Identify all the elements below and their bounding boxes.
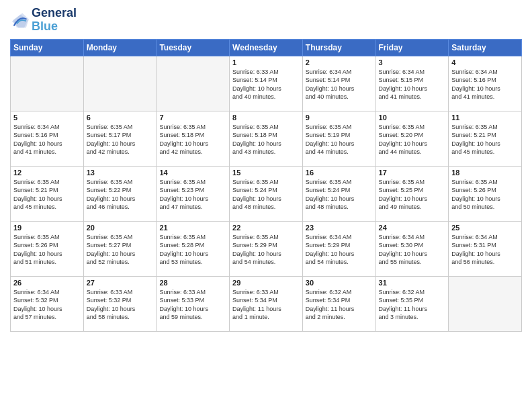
day-info: Sunrise: 6:35 AM Sunset: 5:28 PM Dayligh… (159, 233, 226, 267)
day-number: 17 (379, 169, 446, 177)
calendar-day-cell: 6Sunrise: 6:35 AM Sunset: 5:17 PM Daylig… (83, 111, 157, 166)
calendar-day-cell (83, 56, 157, 111)
day-info: Sunrise: 6:35 AM Sunset: 5:23 PM Dayligh… (159, 178, 226, 212)
day-info: Sunrise: 6:35 AM Sunset: 5:17 PM Dayligh… (87, 123, 154, 156)
calendar-day-cell: 21Sunrise: 6:35 AM Sunset: 5:28 PM Dayli… (157, 221, 230, 276)
day-number: 24 (379, 224, 446, 232)
calendar-day-cell: 18Sunrise: 6:35 AM Sunset: 5:26 PM Dayli… (449, 166, 522, 221)
day-number: 26 (13, 279, 81, 287)
calendar-day-cell: 27Sunrise: 6:33 AM Sunset: 5:32 PM Dayli… (83, 276, 157, 331)
calendar-day-cell: 11Sunrise: 6:35 AM Sunset: 5:21 PM Dayli… (449, 111, 522, 166)
calendar-day-cell: 7Sunrise: 6:35 AM Sunset: 5:18 PM Daylig… (157, 111, 230, 166)
day-info: Sunrise: 6:34 AM Sunset: 5:31 PM Dayligh… (451, 233, 519, 267)
day-info: Sunrise: 6:35 AM Sunset: 5:26 PM Dayligh… (451, 178, 519, 212)
calendar-day-cell: 8Sunrise: 6:35 AM Sunset: 5:18 PM Daylig… (230, 111, 303, 166)
day-info: Sunrise: 6:35 AM Sunset: 5:18 PM Dayligh… (159, 123, 226, 156)
day-number: 9 (306, 113, 373, 122)
day-number: 22 (232, 224, 300, 232)
calendar-week-row: 19Sunrise: 6:35 AM Sunset: 5:26 PM Dayli… (11, 221, 522, 276)
day-number: 20 (87, 224, 154, 232)
day-number: 12 (13, 169, 81, 177)
day-number: 19 (13, 224, 81, 232)
calendar-day-cell (157, 56, 230, 111)
calendar-week-row: 5Sunrise: 6:34 AM Sunset: 5:16 PM Daylig… (11, 111, 522, 166)
day-number: 10 (379, 113, 446, 122)
day-number: 14 (159, 169, 226, 177)
weekday-header-tuesday: Tuesday (157, 39, 230, 56)
calendar-day-cell: 20Sunrise: 6:35 AM Sunset: 5:27 PM Dayli… (83, 221, 157, 276)
day-number: 16 (306, 169, 373, 177)
calendar-day-cell: 10Sunrise: 6:35 AM Sunset: 5:20 PM Dayli… (375, 111, 449, 166)
day-info: Sunrise: 6:35 AM Sunset: 5:26 PM Dayligh… (13, 233, 81, 267)
weekday-header-sunday: Sunday (11, 39, 84, 56)
weekday-header-monday: Monday (83, 39, 157, 56)
weekday-header-wednesday: Wednesday (230, 39, 303, 56)
calendar-day-cell (11, 56, 84, 111)
header: General Blue (10, 7, 522, 34)
day-number: 27 (87, 279, 154, 287)
day-number: 29 (232, 279, 300, 287)
day-info: Sunrise: 6:34 AM Sunset: 5:14 PM Dayligh… (306, 68, 373, 101)
calendar-day-cell: 2Sunrise: 6:34 AM Sunset: 5:14 PM Daylig… (302, 56, 375, 111)
day-info: Sunrise: 6:33 AM Sunset: 5:33 PM Dayligh… (159, 288, 226, 322)
calendar-day-cell: 12Sunrise: 6:35 AM Sunset: 5:21 PM Dayli… (11, 166, 84, 221)
logo: General Blue (10, 7, 77, 34)
calendar-day-cell: 31Sunrise: 6:32 AM Sunset: 5:35 PM Dayli… (375, 276, 449, 331)
logo-general: General (32, 7, 77, 20)
day-info: Sunrise: 6:35 AM Sunset: 5:25 PM Dayligh… (379, 178, 446, 212)
calendar-day-cell: 23Sunrise: 6:34 AM Sunset: 5:29 PM Dayli… (302, 221, 375, 276)
day-number: 3 (379, 58, 446, 66)
calendar-day-cell: 29Sunrise: 6:33 AM Sunset: 5:34 PM Dayli… (230, 276, 303, 331)
day-info: Sunrise: 6:34 AM Sunset: 5:16 PM Dayligh… (451, 68, 519, 101)
day-number: 15 (232, 169, 300, 177)
logo-icon (10, 11, 29, 30)
calendar-day-cell (449, 276, 522, 331)
day-number: 30 (306, 279, 373, 287)
day-info: Sunrise: 6:35 AM Sunset: 5:18 PM Dayligh… (232, 123, 300, 156)
day-info: Sunrise: 6:35 AM Sunset: 5:24 PM Dayligh… (232, 178, 300, 212)
day-info: Sunrise: 6:32 AM Sunset: 5:35 PM Dayligh… (379, 288, 446, 322)
day-number: 28 (159, 279, 226, 287)
calendar-week-row: 26Sunrise: 6:34 AM Sunset: 5:32 PM Dayli… (11, 276, 522, 331)
logo-blue: Blue (32, 20, 77, 34)
calendar-day-cell: 9Sunrise: 6:35 AM Sunset: 5:19 PM Daylig… (302, 111, 375, 166)
calendar-week-row: 1Sunrise: 6:33 AM Sunset: 5:14 PM Daylig… (11, 56, 522, 111)
calendar-day-cell: 14Sunrise: 6:35 AM Sunset: 5:23 PM Dayli… (157, 166, 230, 221)
day-info: Sunrise: 6:34 AM Sunset: 5:32 PM Dayligh… (13, 288, 81, 322)
day-info: Sunrise: 6:33 AM Sunset: 5:34 PM Dayligh… (232, 288, 300, 322)
calendar-day-cell: 3Sunrise: 6:34 AM Sunset: 5:15 PM Daylig… (375, 56, 449, 111)
day-info: Sunrise: 6:34 AM Sunset: 5:30 PM Dayligh… (379, 233, 446, 267)
weekday-header-thursday: Thursday (302, 39, 375, 56)
calendar-day-cell: 19Sunrise: 6:35 AM Sunset: 5:26 PM Dayli… (11, 221, 84, 276)
day-number: 5 (13, 113, 81, 122)
day-info: Sunrise: 6:34 AM Sunset: 5:29 PM Dayligh… (306, 233, 373, 267)
calendar-header-row: SundayMondayTuesdayWednesdayThursdayFrid… (11, 39, 522, 56)
day-number: 13 (87, 169, 154, 177)
day-info: Sunrise: 6:35 AM Sunset: 5:27 PM Dayligh… (87, 233, 154, 267)
day-info: Sunrise: 6:32 AM Sunset: 5:34 PM Dayligh… (306, 288, 373, 322)
day-number: 7 (159, 113, 226, 122)
day-number: 8 (232, 113, 300, 122)
calendar-day-cell: 1Sunrise: 6:33 AM Sunset: 5:14 PM Daylig… (230, 56, 303, 111)
day-info: Sunrise: 6:35 AM Sunset: 5:21 PM Dayligh… (13, 178, 81, 212)
day-info: Sunrise: 6:33 AM Sunset: 5:32 PM Dayligh… (87, 288, 154, 322)
calendar-day-cell: 4Sunrise: 6:34 AM Sunset: 5:16 PM Daylig… (449, 56, 522, 111)
day-info: Sunrise: 6:35 AM Sunset: 5:19 PM Dayligh… (306, 123, 373, 156)
day-number: 1 (232, 58, 300, 66)
day-info: Sunrise: 6:34 AM Sunset: 5:15 PM Dayligh… (379, 68, 446, 101)
day-number: 18 (451, 169, 519, 177)
page: General Blue SundayMondayTuesdayWednesda… (0, 0, 532, 411)
day-number: 6 (87, 113, 154, 122)
day-info: Sunrise: 6:35 AM Sunset: 5:29 PM Dayligh… (232, 233, 300, 267)
day-info: Sunrise: 6:35 AM Sunset: 5:24 PM Dayligh… (306, 178, 373, 212)
day-number: 4 (451, 58, 519, 66)
calendar-table: SundayMondayTuesdayWednesdayThursdayFrid… (10, 39, 522, 332)
calendar-week-row: 12Sunrise: 6:35 AM Sunset: 5:21 PM Dayli… (11, 166, 522, 221)
calendar-day-cell: 25Sunrise: 6:34 AM Sunset: 5:31 PM Dayli… (449, 221, 522, 276)
day-number: 23 (306, 224, 373, 232)
day-info: Sunrise: 6:33 AM Sunset: 5:14 PM Dayligh… (232, 68, 300, 101)
day-info: Sunrise: 6:34 AM Sunset: 5:16 PM Dayligh… (13, 123, 81, 156)
calendar-day-cell: 24Sunrise: 6:34 AM Sunset: 5:30 PM Dayli… (375, 221, 449, 276)
day-number: 31 (379, 279, 446, 287)
day-number: 2 (306, 58, 373, 66)
